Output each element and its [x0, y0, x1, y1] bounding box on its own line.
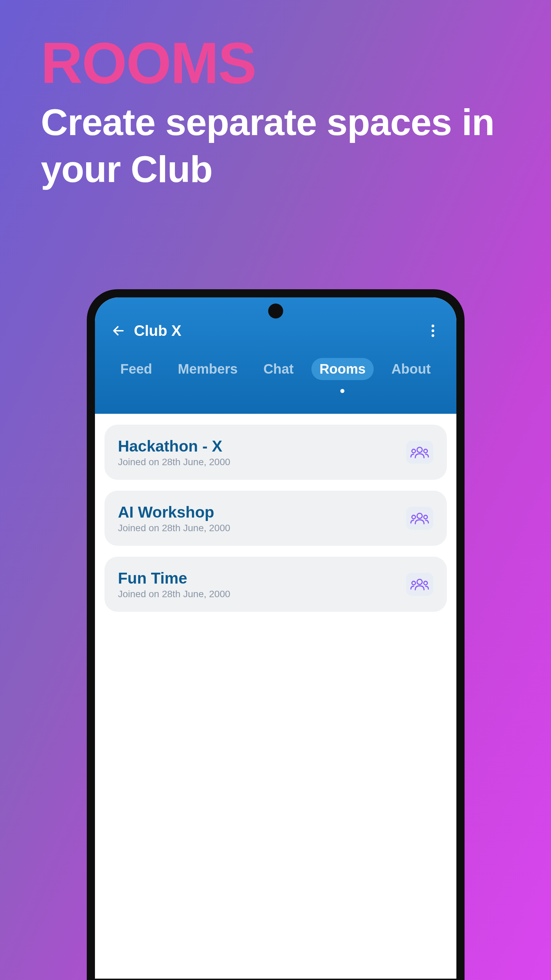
room-joined-date: Joined on 28th June, 2000 [118, 589, 230, 600]
users-group-icon [410, 578, 429, 591]
members-badge[interactable] [406, 573, 433, 596]
room-title: Hackathon - X [118, 437, 230, 455]
svg-point-12 [424, 581, 427, 585]
tab-feed[interactable]: Feed [112, 358, 160, 380]
svg-point-10 [417, 579, 422, 584]
page-title: Club X [134, 322, 182, 339]
back-button[interactable] [110, 323, 127, 339]
room-joined-date: Joined on 28th June, 2000 [118, 457, 230, 468]
promo-title: ROOMS [41, 34, 510, 92]
arrow-left-icon [111, 324, 125, 337]
svg-point-5 [412, 449, 416, 453]
phone-mockup: Club X Feed Members Chat [87, 289, 465, 980]
tabs-bar: Feed Members Chat Rooms About [110, 358, 441, 380]
svg-point-9 [424, 515, 427, 519]
phone-frame: Club X Feed Members Chat [87, 289, 465, 980]
room-info: Hackathon - X Joined on 28th June, 2000 [118, 437, 230, 468]
svg-point-7 [417, 513, 422, 518]
camera-notch [268, 304, 283, 318]
room-joined-date: Joined on 28th June, 2000 [118, 523, 230, 533]
svg-point-4 [417, 447, 422, 452]
tab-rooms-label: Rooms [320, 361, 366, 376]
room-title: Fun Time [118, 569, 230, 587]
svg-point-11 [412, 581, 416, 585]
members-badge[interactable] [406, 507, 433, 530]
more-vertical-icon [431, 324, 435, 337]
room-card[interactable]: Hackathon - X Joined on 28th June, 2000 [105, 425, 447, 480]
users-group-icon [410, 511, 429, 525]
header-left: Club X [110, 322, 182, 339]
header-top-bar: Club X [110, 321, 441, 341]
svg-point-8 [412, 515, 416, 519]
phone-screen: Club X Feed Members Chat [95, 298, 456, 978]
svg-point-3 [432, 334, 434, 337]
more-options-button[interactable] [425, 323, 441, 339]
tab-members[interactable]: Members [170, 358, 246, 380]
users-group-icon [410, 445, 429, 459]
members-badge[interactable] [406, 441, 433, 464]
promo-header: ROOMS Create separate spaces in your Clu… [0, 0, 551, 192]
tab-about[interactable]: About [383, 358, 439, 380]
svg-point-6 [424, 449, 427, 453]
room-info: AI Workshop Joined on 28th June, 2000 [118, 503, 230, 533]
room-card[interactable]: AI Workshop Joined on 28th June, 2000 [105, 491, 447, 546]
room-card[interactable]: Fun Time Joined on 28th June, 2000 [105, 557, 447, 612]
tab-chat[interactable]: Chat [255, 358, 302, 380]
tab-indicator-dot [340, 389, 344, 393]
svg-point-2 [432, 329, 434, 332]
room-title: AI Workshop [118, 503, 230, 521]
rooms-list: Hackathon - X Joined on 28th June, 2000 [95, 414, 456, 633]
promo-subtitle: Create separate spaces in your Club [41, 99, 510, 192]
svg-point-1 [432, 325, 434, 327]
tab-rooms[interactable]: Rooms [311, 358, 374, 380]
room-info: Fun Time Joined on 28th June, 2000 [118, 569, 230, 600]
